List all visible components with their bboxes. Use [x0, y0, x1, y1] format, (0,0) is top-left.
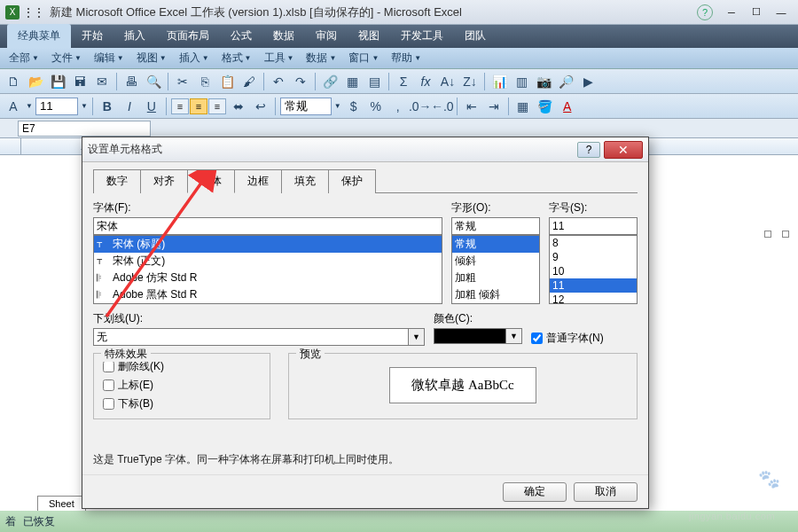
menu-help[interactable]: 帮助▼ [386, 48, 426, 68]
font-list-item[interactable]: ᴛ宋体 (标题) [94, 236, 442, 253]
merge-center-icon[interactable]: ⬌ [229, 97, 248, 116]
tab-alignment[interactable]: 对齐 [140, 169, 188, 193]
list-item[interactable]: 10 [550, 264, 637, 278]
sort-asc-icon[interactable]: A↓ [438, 72, 458, 91]
border-icon[interactable]: ▦ [342, 72, 362, 91]
font-style-list[interactable]: 常规 倾斜 加粗 加粗 倾斜 [451, 235, 540, 304]
menu-format[interactable]: 格式▼ [216, 48, 257, 68]
align-right-icon[interactable]: ≡ [208, 98, 226, 114]
borders-icon[interactable]: ▦ [513, 97, 533, 116]
menu-view[interactable]: 视图▼ [131, 48, 172, 68]
cancel-button[interactable]: 取消 [574, 482, 638, 502]
menu-insert[interactable]: 插入▼ [174, 48, 215, 68]
ok-button[interactable]: 确定 [503, 482, 567, 502]
bold-icon[interactable]: B [98, 97, 117, 116]
mail-icon[interactable]: ✉ [92, 72, 112, 91]
tab-number[interactable]: 数字 [93, 169, 141, 193]
list-item[interactable]: 常规 [452, 236, 539, 253]
save-icon[interactable]: 💾 [48, 72, 67, 91]
pivot-icon[interactable]: ▥ [512, 72, 531, 91]
align-left-icon[interactable]: ≡ [171, 98, 189, 114]
sort-desc-icon[interactable]: Z↓ [460, 72, 480, 91]
font-size-input-dlg[interactable] [549, 217, 638, 235]
indent-decrease-icon[interactable]: ⇤ [462, 97, 481, 116]
underline-combo[interactable]: ▼ [93, 328, 425, 346]
print-icon[interactable]: 🖶 [121, 72, 141, 91]
format-painter-icon[interactable]: 🖌 [239, 72, 259, 91]
new-icon[interactable]: 🗋 [4, 72, 23, 91]
list-item[interactable]: 9 [550, 250, 637, 264]
list-item[interactable]: 8 [550, 236, 637, 250]
hyperlink-icon[interactable]: 🔗 [320, 72, 340, 91]
fx-icon[interactable]: fx [416, 72, 435, 91]
preview-icon[interactable]: 🔍 [144, 72, 163, 91]
menu-window[interactable]: 窗口▼ [343, 48, 384, 68]
dialog-close-button[interactable]: ✕ [604, 141, 643, 159]
dialog-title-bar[interactable]: 设置单元格格式 ? ✕ [82, 137, 648, 162]
chart-icon[interactable]: 📊 [489, 72, 509, 91]
sum-icon[interactable]: Σ [394, 72, 413, 91]
wrap-icon[interactable]: ↩ [251, 97, 270, 116]
tab-formulas[interactable]: 公式 [220, 24, 262, 48]
macros-icon[interactable]: ▶ [578, 72, 598, 91]
font-color-icon[interactable]: A [558, 97, 577, 116]
underline-input[interactable] [93, 328, 409, 346]
decrease-decimal-icon[interactable]: ←.0 [433, 97, 452, 116]
menu-edit[interactable]: 编辑▼ [89, 48, 129, 68]
minimize-button[interactable]: ─ [720, 4, 743, 20]
redo-icon[interactable]: ↷ [291, 72, 310, 91]
cut-icon[interactable]: ✂ [173, 72, 192, 91]
tab-page-layout[interactable]: 页面布局 [156, 24, 220, 48]
sheet-tab[interactable]: Sheet [37, 496, 86, 511]
subscript-checkbox[interactable]: 下标(B) [103, 396, 261, 411]
dialog-help-button[interactable]: ? [577, 142, 600, 158]
tab-developer[interactable]: 开发工具 [390, 24, 454, 48]
indent-increase-icon[interactable]: ⇥ [484, 97, 504, 116]
number-format-input[interactable] [280, 98, 332, 115]
tab-classic-menu[interactable]: 经典菜单 [7, 24, 71, 48]
deactivate-button[interactable]: — [770, 4, 793, 20]
fill-color-icon[interactable]: 🪣 [536, 97, 555, 116]
percent-icon[interactable]: % [366, 97, 386, 116]
chevron-down-icon[interactable]: ▼ [334, 102, 341, 110]
normal-font-checkbox[interactable]: 普通字体(N) [531, 331, 604, 346]
tab-view[interactable]: 视图 [348, 24, 390, 48]
tab-home[interactable]: 开始 [71, 24, 113, 48]
font-size-list[interactable]: 8 9 10 11 12 14 [549, 235, 638, 304]
font-icon[interactable]: A [4, 97, 23, 116]
tab-team[interactable]: 团队 [454, 24, 497, 48]
zoom-icon[interactable]: 🔎 [556, 72, 575, 91]
chevron-down-icon[interactable]: ▼ [409, 328, 425, 346]
undo-icon[interactable]: ↶ [269, 72, 288, 91]
menu-all[interactable]: 全部▼ [4, 48, 44, 68]
resize-handle[interactable] [782, 231, 789, 238]
tab-fill[interactable]: 填充 [281, 169, 329, 193]
tab-protection[interactable]: 保护 [328, 169, 376, 193]
underline-icon[interactable]: U [142, 97, 161, 116]
tab-data[interactable]: 数据 [262, 24, 305, 48]
normal-font-check[interactable] [531, 332, 543, 344]
resize-handle[interactable] [764, 231, 771, 238]
comma-icon[interactable]: , [388, 97, 408, 116]
saveas-icon[interactable]: 🖬 [70, 72, 90, 91]
tab-font[interactable]: 字体 [187, 169, 235, 193]
italic-icon[interactable]: I [120, 97, 139, 116]
font-size-input[interactable] [35, 98, 78, 115]
increase-decimal-icon[interactable]: .0→ [411, 97, 430, 116]
superscript-checkbox[interactable]: 上标(E) [103, 378, 261, 393]
font-style-input[interactable] [451, 217, 540, 235]
tab-border[interactable]: 边框 [234, 169, 282, 193]
menu-tools[interactable]: 工具▼ [259, 48, 300, 68]
select-all-corner[interactable] [0, 138, 21, 154]
chevron-down-icon[interactable]: ▼ [26, 102, 33, 110]
copy-icon[interactable]: ⎘ [195, 72, 215, 91]
name-box[interactable] [18, 121, 151, 137]
menu-data[interactable]: 数据▼ [301, 48, 341, 68]
font-list[interactable]: ᴛ宋体 (标题) ᴛ宋体 (正文) 𝄆Adobe 仿宋 Std R 𝄆Adobe… [93, 235, 442, 304]
font-list-item[interactable]: 𝄆Adobe 楷体 Std R [94, 303, 442, 304]
font-list-item[interactable]: 𝄆Adobe 黑体 Std R [94, 286, 442, 303]
open-icon[interactable]: 📂 [26, 72, 45, 91]
list-item[interactable]: 加粗 [452, 270, 539, 286]
font-name-input[interactable] [93, 217, 442, 235]
qat-handle[interactable]: ⋮⋮ [23, 6, 41, 19]
